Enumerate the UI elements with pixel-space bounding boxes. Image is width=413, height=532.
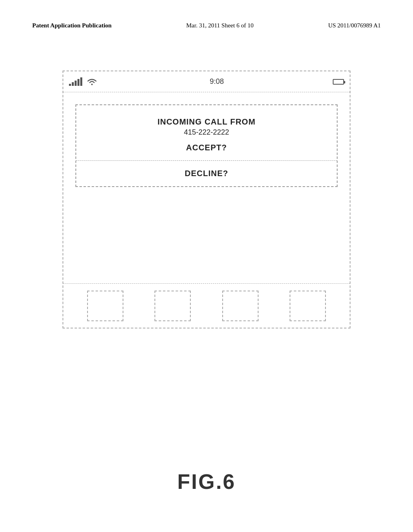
wifi-icon [86, 77, 98, 86]
phone-main-content: INCOMING CALL FROM 415-222-2222 ACCEPT? … [63, 92, 350, 195]
toolbar-button-2[interactable] [154, 291, 191, 321]
phone-mockup: 9:08 INCOMING CALL FROM 415-222-2222 ACC… [63, 71, 350, 328]
patent-header: Patent Application Publication Mar. 31, … [32, 22, 381, 29]
figure-label: FIG.6 [177, 470, 236, 493]
toolbar-button-4[interactable] [290, 291, 326, 321]
bottom-toolbar [63, 283, 350, 328]
caller-number: 415-222-2222 [84, 128, 329, 137]
signal-bars-icon [69, 77, 82, 86]
time-display: 9:08 [101, 77, 333, 86]
incoming-call-label: INCOMING CALL FROM [84, 117, 329, 127]
battery-icon [333, 79, 344, 85]
figure-label-container: FIG.6 [0, 470, 413, 494]
decline-button[interactable]: DECLINE? [84, 169, 329, 178]
patent-date-sheet: Mar. 31, 2011 Sheet 6 of 10 [186, 22, 254, 29]
accept-button[interactable]: ACCEPT? [84, 143, 329, 152]
patent-publication-label: Patent Application Publication [32, 22, 112, 29]
toolbar-button-3[interactable] [222, 291, 259, 321]
patent-number: US 2011/0076989 A1 [328, 22, 381, 29]
status-bar: 9:08 [63, 71, 350, 92]
call-dialog: INCOMING CALL FROM 415-222-2222 ACCEPT? … [75, 104, 338, 187]
call-info-section: INCOMING CALL FROM 415-222-2222 ACCEPT? [76, 105, 337, 161]
decline-section: DECLINE? [76, 161, 337, 186]
toolbar-button-1[interactable] [87, 291, 123, 321]
